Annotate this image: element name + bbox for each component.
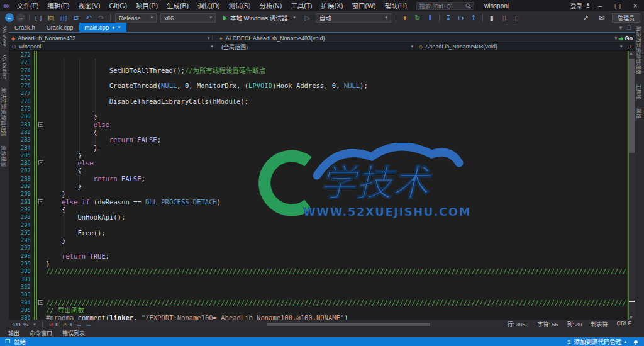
code-line-281[interactable]: 281−else [9,121,627,128]
menu-item-视图(V)[interactable]: 视图(V) [74,0,104,11]
code-line-300[interactable]: 300/////////////////////////////////////… [9,267,627,275]
step-over-icon[interactable]: ↦ [455,13,467,23]
new-file-icon[interactable]: ▢ [33,13,44,23]
scroll-down-icon[interactable]: ▼ [627,315,635,320]
code-line-277[interactable]: 277 [9,89,627,97]
code-line-299[interactable]: 299} [9,260,627,267]
scroll-up-icon[interactable]: ▲ [627,51,635,55]
live-share-icon[interactable]: ↗ [580,13,591,23]
code-line-278[interactable]: 278DisableThreadLibraryCalls(hModule); [9,98,627,105]
background-tasks-icon[interactable]: ❒ [5,338,10,345]
va-options-icon[interactable]: ⁞ [211,35,213,42]
warning-indicator[interactable]: ⚠ 1 [62,321,72,328]
error-indicator[interactable]: ⊘ 0 [49,321,59,328]
maximize-button[interactable]: ▢ [609,0,626,11]
menu-item-工具(T)[interactable]: 工具(T) [286,0,316,11]
administrator-badge[interactable]: 管理员 [612,13,640,23]
code-line-302[interactable]: 302 [9,283,627,291]
left-tool-tab-VA Outline[interactable]: VA Outline [1,55,8,80]
menu-item-编辑(E)[interactable]: 编辑(E) [43,0,74,11]
undo-icon[interactable]: ↶ [83,13,94,23]
restart-icon[interactable]: ↻ [412,13,423,23]
add-to-source-control-button[interactable]: ↥ 添加到源代码管理 ▴ [567,337,627,346]
char-indicator[interactable]: 字符: 56 [537,320,558,328]
menu-item-调试(D)[interactable]: 调试(D) [193,0,225,11]
code-line-290[interactable]: 290} [9,190,627,198]
code-line-301[interactable]: 301 [9,276,627,283]
nav-forward-icon[interactable]: → [16,13,25,22]
eol-indicator[interactable]: CRLF [616,320,631,328]
menu-item-扩展(X)[interactable]: 扩展(X) [317,0,348,11]
va-go-button[interactable]: ▾ ➜ Go [612,35,635,42]
code-line-286[interactable]: 286−else [9,159,627,167]
fold-collapse-icon[interactable]: − [38,199,43,204]
bookmark-icon[interactable]: ▮ [486,13,497,23]
scrollbar-thumb[interactable] [267,323,430,326]
code-line-287[interactable]: 287{ [9,167,627,174]
code-line-272[interactable]: 272 [9,51,627,59]
platform-dropdown[interactable]: x86▾ [160,13,216,23]
tab-Crack.h[interactable]: Crack.h [9,23,41,32]
code-editor[interactable]: 272273274SetHBToAllThread();//为所有线程设置硬件断… [9,51,627,320]
code-line-291[interactable]: 291−else if (dwReason == DLL_PROCESS_DET… [9,198,627,206]
save-all-icon[interactable]: ⧉ [70,13,82,23]
step-into-icon[interactable]: ↧ [443,13,454,23]
fold-collapse-icon[interactable]: − [38,160,43,165]
search-input[interactable]: 搜索 (Ctrl+Q) [416,2,474,10]
code-line-279[interactable]: 279 [9,105,627,113]
code-line-292[interactable]: 292{ [9,206,627,213]
code-line-288[interactable]: 288return FALSE; [9,175,627,182]
menu-item-分析(N)[interactable]: 分析(N) [255,0,287,11]
navigate-back-icon[interactable]: ← [76,321,82,328]
code-line-273[interactable]: 273 [9,59,627,66]
code-line-297[interactable]: 297 [9,244,627,252]
va-member-dropdown[interactable]: ✦ ALCDECL AheadLib_Noname403(void) [216,35,325,42]
nav-back-icon[interactable]: ← [5,13,14,22]
left-tool-tab-VA View[interactable]: VA View [1,26,8,46]
panel-tab-错误列表[interactable]: 错误列表 [58,329,89,337]
right-tool-tab-解决方案资源管理器[interactable]: 解决方案资源管理器 [636,26,643,75]
menu-item-文件(F)[interactable]: 文件(F) [13,0,43,11]
code-line-282[interactable]: 282{ [9,128,627,136]
panel-tab-命令窗口[interactable]: 命令窗口 [25,329,57,337]
line-indicator[interactable]: 行: 3952 [507,320,528,328]
code-line-280[interactable]: 280} [9,113,627,120]
member-dropdown[interactable]: ◇ AheadLib_Noname403(void) ▾ [416,43,625,50]
start-without-debug-icon[interactable]: ▷ [302,13,313,23]
minimize-button[interactable]: – [591,0,609,11]
tab-main.cpp[interactable]: main.cpp●× [79,23,126,32]
left-tool-tab-解决方案资源管理器[interactable]: 解决方案资源管理器 [1,88,8,137]
attach-mode-dropdown[interactable]: 自动▾ [316,13,391,23]
panel-tab-输出[interactable]: 输出 [4,329,24,337]
code-line-298[interactable]: 298return TRUE; [9,252,627,260]
code-line-296[interactable]: 296} [9,237,627,244]
code-line-304[interactable]: 304−////////////////////////////////////… [9,299,627,306]
step-out-icon[interactable]: ↥ [468,13,479,23]
code-line-284[interactable]: 284} [9,144,627,152]
vertical-scrollbar[interactable]: ▲ ▼ [627,51,635,320]
code-line-289[interactable]: 289} [9,182,627,190]
code-line-276[interactable]: 276CreateThread(NULL, 0, MonitorDrx, (LP… [9,82,627,89]
code-line-295[interactable]: 295Free(); [9,229,627,237]
feedback-icon[interactable]: ✉ [596,13,608,23]
menu-item-生成(B)[interactable]: 生成(B) [162,0,193,11]
local-windows-debugger-button[interactable]: ▶本地 Windows 调试器▾ [219,13,299,23]
column-indicator[interactable]: 列: 39 [567,320,582,328]
tab-Crack.cpp[interactable]: Crack.cpp [41,23,79,32]
tab-list-dropdown-icon[interactable]: ▼ [618,25,623,31]
menu-item-项目(P)[interactable]: 项目(P) [131,0,162,11]
horizontal-scrollbar[interactable] [95,322,503,326]
break-all-icon[interactable]: ‖ [425,13,436,23]
close-button[interactable]: × [626,0,644,11]
hot-reload-icon[interactable]: ♦ [399,13,411,23]
code-line-275[interactable]: 275 [9,74,627,82]
code-line-283[interactable]: 283return FALSE; [9,136,627,143]
fold-collapse-icon[interactable]: − [38,300,43,305]
right-tool-tab-属性[interactable]: 属性 [636,108,643,119]
tabs-indicator[interactable]: 制表符 [591,320,608,328]
float-window-icon[interactable]: ❐ [627,25,631,31]
save-icon[interactable]: ◫ [58,13,69,23]
notifications-bell-icon[interactable] [633,338,639,345]
next-bookmark-icon[interactable]: ▯ [511,13,523,23]
va-context-dropdown[interactable]: ◆ AheadLib_Noname403 ▾ ⁞ [9,35,216,42]
